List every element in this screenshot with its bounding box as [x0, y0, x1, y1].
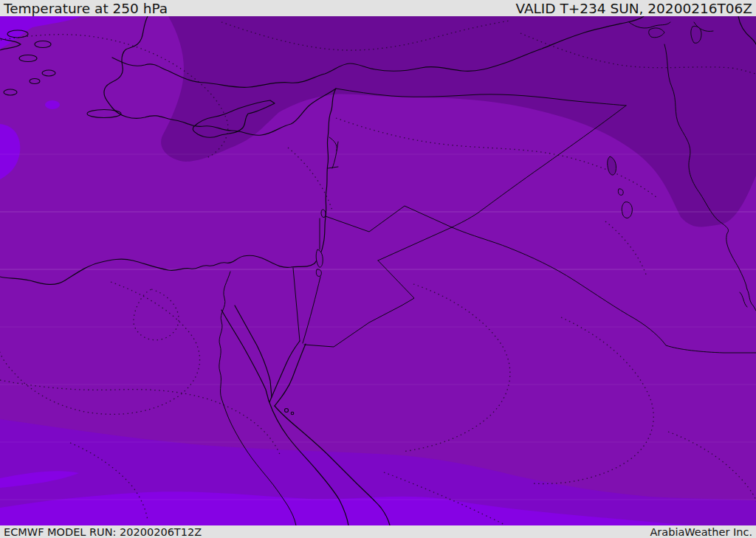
zone-west-patch-3	[45, 100, 60, 109]
map-svg	[0, 16, 756, 525]
map-canvas	[0, 16, 756, 525]
valid-time-label: VALID T+234 SUN, 20200216T06Z	[515, 1, 752, 16]
model-run-label: ECMWF MODEL RUN: 20200206T12Z	[4, 526, 202, 538]
sea-of-galilee	[321, 210, 326, 218]
footer-bar: ECMWF MODEL RUN: 20200206T12Z ArabiaWeat…	[0, 525, 756, 538]
lake-razzaza	[622, 202, 632, 218]
lake-habbaniyah	[618, 189, 623, 196]
brand-label: ArabiaWeather Inc.	[650, 526, 752, 538]
lake-urmia	[691, 26, 701, 43]
weather-map-screen: Temperature at 250 hPa VALID T+234 SUN, …	[0, 0, 756, 538]
header-bar: Temperature at 250 hPa VALID T+234 SUN, …	[0, 0, 756, 16]
map-title: Temperature at 250 hPa	[4, 1, 168, 16]
